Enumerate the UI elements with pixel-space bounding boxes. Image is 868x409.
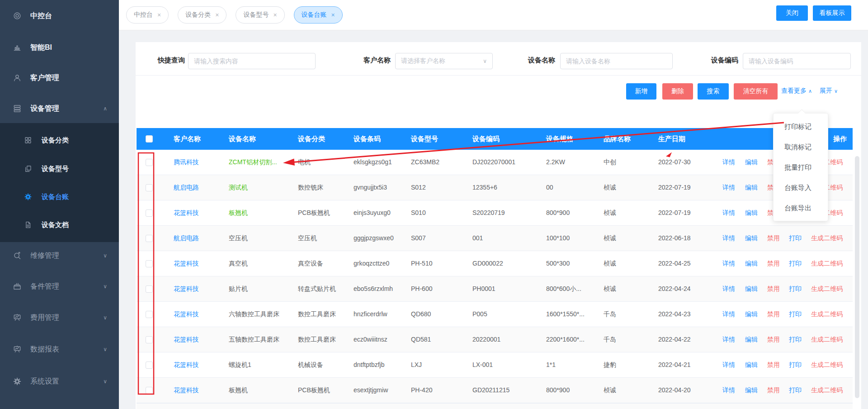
dropdown-menu-item[interactable]: 打印标记 xyxy=(774,116,828,137)
customer-name-link[interactable]: 花篮科技 xyxy=(174,302,199,327)
disable-link[interactable]: 禁用 xyxy=(767,352,780,377)
detail-link[interactable]: 详情 xyxy=(722,150,735,175)
detail-link[interactable]: 详情 xyxy=(722,200,735,225)
add-button[interactable]: 新增 xyxy=(626,83,656,100)
sidebar-item[interactable]: 设备管理∧ xyxy=(0,100,119,118)
edit-link[interactable]: 编辑 xyxy=(745,251,758,276)
row-checkbox[interactable] xyxy=(146,336,153,343)
print-link[interactable]: 打印 xyxy=(789,276,802,301)
edit-link[interactable]: 编辑 xyxy=(745,150,758,175)
view-more-link[interactable]: 查看更多∧ xyxy=(781,87,812,95)
sidebar-item[interactable]: 系统设置∨ xyxy=(0,372,119,390)
print-link[interactable]: 打印 xyxy=(789,378,802,403)
sidebar-item[interactable]: 客户管理 xyxy=(0,69,119,87)
row-checkbox[interactable] xyxy=(146,361,153,369)
delete-button[interactable]: 删除 xyxy=(662,83,693,100)
customer-name-link[interactable]: 花篮科技 xyxy=(174,327,199,352)
customer-name-link[interactable]: 腾讯科技 xyxy=(174,150,199,175)
close-icon[interactable]: × xyxy=(331,12,335,18)
clear-all-button[interactable]: 清空所有 xyxy=(734,83,778,100)
disable-link[interactable]: 禁用 xyxy=(767,327,780,352)
tab-item[interactable]: 设备分类× xyxy=(178,6,226,24)
detail-link[interactable]: 详情 xyxy=(722,276,735,301)
detail-link[interactable]: 详情 xyxy=(722,175,735,200)
tab-item[interactable]: 中控台× xyxy=(126,6,169,24)
sidebar-item[interactable]: 设备型号 xyxy=(0,160,119,178)
print-link[interactable]: 打印 xyxy=(789,302,802,327)
edit-link[interactable]: 编辑 xyxy=(745,327,758,352)
edit-link[interactable]: 编辑 xyxy=(745,276,758,301)
generate-qrcode-link[interactable]: 生成二维码 xyxy=(811,378,843,403)
disable-link[interactable]: 禁用 xyxy=(767,302,780,327)
generate-qrcode-link[interactable]: 生成二维码 xyxy=(811,352,843,377)
sidebar-item[interactable]: 设备文档 xyxy=(0,216,119,234)
close-icon[interactable]: × xyxy=(215,12,219,18)
print-link[interactable]: 打印 xyxy=(789,352,802,377)
row-checkbox[interactable] xyxy=(146,285,153,293)
generate-qrcode-link[interactable]: 生成二维码 xyxy=(811,302,843,327)
detail-link[interactable]: 详情 xyxy=(722,378,735,403)
sidebar-item[interactable]: 中控台 xyxy=(0,7,119,25)
customer-name-link[interactable]: 花篮科技 xyxy=(174,276,199,301)
generate-qrcode-link[interactable]: 生成二维码 xyxy=(811,327,843,352)
select-all-checkbox[interactable] xyxy=(146,135,153,143)
close-icon[interactable]: × xyxy=(273,12,277,18)
detail-link[interactable]: 详情 xyxy=(722,352,735,377)
row-checkbox[interactable] xyxy=(146,159,153,166)
generate-qrcode-link[interactable]: 生成二维码 xyxy=(811,251,843,276)
row-checkbox[interactable] xyxy=(146,184,153,191)
sidebar-item[interactable]: 费用管理∨ xyxy=(0,309,119,327)
tab-item[interactable]: 设备型号× xyxy=(236,6,284,24)
sidebar-item[interactable]: 数据报表∨ xyxy=(0,340,119,358)
customer-name-link[interactable]: 花篮科技 xyxy=(174,352,199,377)
tab-active[interactable]: 设备台账× xyxy=(294,6,343,24)
close-button[interactable]: 关闭 xyxy=(776,5,808,21)
dropdown-menu-item[interactable]: 批量打印 xyxy=(774,157,828,177)
print-link[interactable]: 打印 xyxy=(789,327,802,352)
row-checkbox[interactable] xyxy=(146,387,153,394)
board-display-button[interactable]: 看板展示 xyxy=(813,5,851,21)
customer-name-select[interactable]: 请选择客户名称∨ xyxy=(395,53,493,69)
detail-link[interactable]: 详情 xyxy=(722,302,735,327)
search-button[interactable]: 搜索 xyxy=(698,83,729,100)
sidebar-item[interactable]: 设备分类 xyxy=(0,131,119,149)
edit-link[interactable]: 编辑 xyxy=(745,226,758,251)
disable-link[interactable]: 禁用 xyxy=(767,378,780,403)
filter-input[interactable] xyxy=(743,53,851,69)
row-checkbox[interactable] xyxy=(146,235,153,242)
generate-qrcode-link[interactable]: 生成二维码 xyxy=(811,226,843,251)
customer-name-link[interactable]: 花篮科技 xyxy=(174,251,199,276)
filter-input[interactable] xyxy=(188,53,316,69)
customer-name-link[interactable]: 花篮科技 xyxy=(174,200,199,225)
table-scrollbar[interactable] xyxy=(855,156,859,398)
row-checkbox[interactable] xyxy=(146,209,153,217)
dropdown-menu-item[interactable]: 台账导出 xyxy=(774,198,828,218)
customer-name-link[interactable]: 花篮科技 xyxy=(174,378,199,403)
sidebar-item[interactable]: 备件管理∨ xyxy=(0,277,119,295)
print-link[interactable]: 打印 xyxy=(789,251,802,276)
customer-name-link[interactable]: 航启电路 xyxy=(174,175,199,200)
expand-link[interactable]: 展开∨ xyxy=(820,87,838,95)
sidebar-item[interactable]: 设备台账 xyxy=(0,188,119,206)
customer-name-link[interactable]: 航启电路 xyxy=(174,226,199,251)
sidebar-item[interactable]: 智能BI xyxy=(0,38,119,57)
disable-link[interactable]: 禁用 xyxy=(767,251,780,276)
detail-link[interactable]: 详情 xyxy=(722,251,735,276)
edit-link[interactable]: 编辑 xyxy=(745,352,758,377)
detail-link[interactable]: 详情 xyxy=(722,327,735,352)
generate-qrcode-link[interactable]: 生成二维码 xyxy=(811,276,843,301)
detail-link[interactable]: 详情 xyxy=(722,226,735,251)
disable-link[interactable]: 禁用 xyxy=(767,226,780,251)
sidebar-item[interactable]: 维修管理∨ xyxy=(0,247,119,265)
edit-link[interactable]: 编辑 xyxy=(745,302,758,327)
dropdown-menu-item[interactable]: 台账导入 xyxy=(774,177,828,198)
filter-input[interactable] xyxy=(560,53,673,69)
close-icon[interactable]: × xyxy=(157,12,161,18)
row-checkbox[interactable] xyxy=(146,260,153,267)
row-checkbox[interactable] xyxy=(146,311,153,318)
print-link[interactable]: 打印 xyxy=(789,226,802,251)
edit-link[interactable]: 编辑 xyxy=(745,175,758,200)
disable-link[interactable]: 禁用 xyxy=(767,276,780,301)
dropdown-menu-item[interactable]: 取消标记 xyxy=(774,137,828,157)
edit-link[interactable]: 编辑 xyxy=(745,378,758,403)
